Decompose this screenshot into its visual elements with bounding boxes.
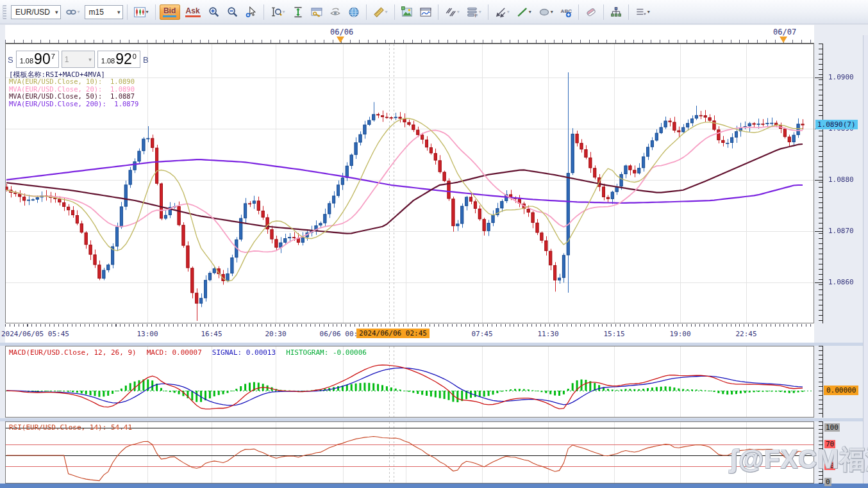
more-tools-button[interactable]: ▾ (633, 4, 653, 20)
price-axis-major-tick (815, 282, 822, 283)
chevron-down-icon[interactable]: ▾ (551, 9, 553, 15)
macd-axis-ticks[interactable] (819, 346, 822, 418)
trend-arrow-icon (495, 6, 506, 18)
price-axis-ticks[interactable] (819, 44, 822, 323)
time-axis-label: 20:30 (265, 330, 286, 338)
macd-title: MACD(EUR/USD.Close, 12, 26, 9) (9, 348, 137, 357)
fxcm-watermark: ʃ@FXCM福汇 (730, 442, 868, 477)
bid-main: 90 (34, 52, 51, 67)
ask-price-box[interactable]: 1.08 92 0 (97, 51, 140, 68)
mva-legend-row: MVA(EUR/USD.Close, 50): 1.0887 (9, 93, 138, 101)
time-axis-label: 13:00 (137, 330, 158, 338)
link-icon (65, 6, 77, 18)
trend-tools-button[interactable]: ▾ (492, 4, 512, 20)
price-axis-label: 1.0880 (828, 175, 854, 184)
chart-type-button[interactable]: ▾ (131, 4, 151, 20)
rsi-axis-label: 0 (824, 478, 831, 486)
fit-scale-button[interactable] (290, 4, 306, 20)
candle-chart-icon (134, 6, 146, 18)
ask-button-label: Ask (185, 6, 201, 17)
draw-shape-button[interactable]: ▾ (536, 4, 556, 20)
price-axis-label: 1.0870 (828, 227, 854, 235)
indicator-list-button[interactable]: F▾ (464, 4, 484, 20)
toolbar-separator (366, 4, 367, 20)
price-axis-major-tick (815, 231, 822, 232)
bid-button[interactable]: Bid (160, 4, 180, 20)
macd-zero-label: 0.00000 (824, 386, 858, 395)
ask-pip-fraction: 0 (133, 53, 137, 60)
chevron-down-icon: ▾ (78, 9, 80, 15)
price-axis-label: 1.0900 (828, 73, 854, 81)
symbol-select-value: EUR/USD (15, 8, 50, 17)
draw-line-button[interactable]: ▾ (514, 4, 534, 20)
bottom-window-strip (0, 484, 868, 488)
bid-prefix: 1.08 (20, 57, 33, 65)
add-text-button[interactable]: ABC (558, 4, 574, 20)
eye-icon (330, 6, 341, 18)
view-options-button[interactable] (327, 4, 344, 20)
chevron-down-icon[interactable]: ▾ (529, 9, 531, 15)
fit-vertical-icon (292, 6, 304, 18)
zoom-range-button[interactable]: ▾ (268, 4, 288, 20)
time-axis-label: 07:45 (471, 330, 492, 338)
amount-select[interactable]: 1 ▾ (62, 51, 95, 68)
add-indicator-button[interactable]: ▾ (442, 4, 462, 20)
zoom-in-button[interactable] (206, 4, 222, 20)
toolbar-separator (578, 4, 579, 20)
time-axis-label: 11:30 (537, 330, 558, 338)
eraser-icon (585, 6, 597, 18)
eraser-button[interactable] (583, 4, 599, 20)
quote-panel: S 1.08 90 7 1 ▾ 1.08 92 0 B (8, 51, 149, 68)
chevron-down-icon: ▾ (479, 9, 481, 15)
current-price-label: 1.0890(7) (815, 120, 858, 129)
sitemap-icon (610, 6, 622, 18)
zoom-out-button[interactable] (224, 4, 241, 20)
macd-readout: HISTOGRAM: -0.00006 (286, 348, 367, 357)
price-axis-label: 1.0860 (828, 278, 854, 286)
object-browser-button[interactable] (608, 4, 624, 20)
price-axis-major-tick (815, 180, 822, 181)
ask-prefix: 1.08 (101, 57, 115, 65)
zoom-pointer-button[interactable] (243, 4, 260, 20)
text-add-icon: ABC (560, 6, 572, 18)
chart-properties-button[interactable] (308, 4, 325, 20)
rsi-axis-label: 100 (824, 423, 840, 432)
macd-readouts: MACD: 0.00007SIGNAL: 0.00013HISTOGRAM: -… (147, 348, 367, 357)
mva-legend-row: MVA(EUR/USD.Close, 200): 1.0879 (9, 101, 138, 108)
link-charts-button[interactable]: ▾ (63, 4, 83, 20)
pointer-zoom-icon (246, 6, 257, 18)
zoom-in-icon (208, 6, 220, 18)
bid-price-box[interactable]: 1.08 90 7 (16, 51, 59, 68)
toolbar-separator (155, 4, 156, 20)
chart-window-icon (420, 6, 431, 18)
macd-readout: SIGNAL: 0.00013 (212, 348, 276, 357)
date-marker-icon (337, 37, 344, 43)
rsi-title: RSI(EUR/USD.Close, 14): 54.41 (9, 423, 132, 432)
chevron-down-icon[interactable]: ▾ (647, 9, 650, 15)
period-select[interactable]: m15▾ (85, 5, 123, 19)
time-axis-label: 2024/06/05 05:45 (1, 330, 69, 338)
macd-axis-line (822, 346, 823, 418)
save-image-button[interactable] (399, 4, 415, 20)
symbol-select[interactable]: EUR/USD▾ (11, 5, 61, 19)
toolbar-separator (263, 4, 264, 20)
chevron-down-icon[interactable]: ▾ (146, 9, 149, 15)
ruler-button[interactable]: ▾ (371, 4, 390, 20)
toolbar-grip[interactable] (3, 5, 6, 19)
chevron-down-icon: ▾ (507, 9, 510, 15)
chart-toolbar: EUR/USD▾▾m15▾▾BidAsk▾▾▾F▾▾▾▾ABC▾ (0, 0, 868, 24)
globe-icon (348, 6, 360, 18)
price-axis-major-tick (815, 77, 822, 78)
chevron-down-icon: ▾ (117, 9, 121, 15)
mva-legend-row: MVA(EUR/USD.Close, 10): 1.0890 (9, 78, 138, 86)
line-icon (517, 6, 528, 18)
web-button[interactable] (346, 4, 362, 20)
chevron-down-icon: ▾ (55, 9, 58, 15)
time-axis-label: 16:45 (201, 330, 222, 338)
ask-button[interactable]: Ask (182, 4, 204, 20)
image-icon (401, 6, 413, 18)
toolbar-separator (488, 4, 488, 20)
ibeam-zoom-icon (271, 6, 282, 18)
buy-label: B (143, 55, 149, 65)
chart-window-button[interactable] (417, 4, 434, 20)
